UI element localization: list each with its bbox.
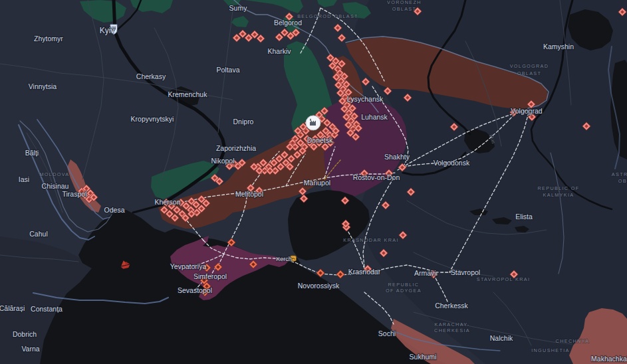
city-label: Sevastopol — [178, 286, 212, 294]
city-label: Melitopol — [235, 190, 263, 198]
city-label: Tiraspol — [63, 190, 87, 198]
city-label: Poltava — [216, 66, 239, 74]
city-label: Kremenchuk — [168, 90, 208, 98]
city-label: Yevpatoriya — [170, 262, 207, 270]
city-label: Odesa — [104, 206, 125, 214]
city-label: Kamyshin — [543, 43, 574, 50]
area-label: STAVROPOL KRAI — [477, 276, 531, 282]
city-label: Novorossiysk — [298, 282, 340, 290]
city-label: Constanța — [31, 305, 63, 313]
city-label: Kherson — [154, 198, 180, 206]
city-label: Bălți — [25, 149, 39, 157]
industrial-cluster-icon[interactable] — [306, 116, 320, 130]
area-label: ASTRAKHAN — [612, 171, 627, 177]
area-label: OBLAST — [618, 178, 627, 184]
area-label: REPUBLIC OF — [538, 185, 580, 191]
city-label: Sumy — [229, 4, 248, 12]
city-label: Makhachkala — [591, 355, 627, 363]
city-label: Krasnodar — [348, 268, 381, 276]
city-label: Volgograd — [511, 107, 542, 115]
city-label: Armavir — [414, 269, 439, 277]
city-label: Iasi — [19, 175, 29, 183]
city-label: Donetsk — [307, 136, 333, 144]
city-label: Cherkasy — [136, 72, 166, 80]
city-label: Cahul — [29, 230, 47, 238]
city-label: Simferopol — [193, 272, 227, 280]
area-label: CHERKESIA — [434, 327, 470, 333]
area-label: BELGOROD OBLAST — [297, 13, 358, 19]
city-label: Kharkiv — [267, 47, 291, 55]
city-label: Sukhumi — [410, 353, 437, 361]
city-label: Sochi — [378, 329, 396, 337]
area-label: INGUSHETIA — [531, 347, 570, 353]
city-label: Dobrich — [13, 330, 37, 338]
area-label: OF ADYGEA — [386, 288, 422, 294]
city-label: Mariupol — [304, 179, 330, 187]
city-label: Elista — [515, 213, 533, 221]
city-label: Stavropol — [451, 268, 480, 276]
city-label: Chisinau — [42, 182, 69, 190]
area-label: KARACHAY- — [434, 321, 469, 327]
area-label: KRASNODAR KRAI — [343, 237, 398, 243]
city-label: Varna — [21, 345, 39, 353]
city-label: Belgorod — [274, 19, 302, 27]
city-label: Kerch — [276, 256, 292, 262]
area-label: MOLDOVA — [39, 171, 69, 177]
area-label: OBLAST — [392, 6, 417, 12]
city-label: Călărași — [0, 304, 25, 312]
city-label: Shakhty — [384, 153, 410, 161]
area-label: REPUBLIC — [388, 282, 420, 288]
area-label: OBLAST — [517, 70, 542, 76]
area-label: VOLGOGRAD — [510, 63, 549, 69]
area-label: VORONEZH — [387, 0, 422, 5]
city-label: Rostov-on-Don — [353, 173, 400, 181]
city-label: Zaporizhzhia — [216, 144, 256, 152]
city-label: Lysychansk — [347, 95, 384, 103]
city-label: Luhansk — [361, 113, 388, 121]
city-label: Cherkessk — [435, 302, 468, 310]
city-label: Nalchik — [490, 334, 513, 342]
city-label: Dnipro — [233, 118, 254, 126]
city-label: Vinnytsia — [29, 82, 57, 90]
city-label: Volgodonsk — [434, 159, 470, 167]
area-label: CHECHNYA — [556, 338, 590, 344]
area-label: KALMYKIA — [543, 192, 574, 198]
city-label: Nikopol — [211, 157, 234, 165]
map-canvas[interactable]: KyivZhytomyrVinnytsiaCherkasyKremenchukK… — [0, 0, 627, 364]
city-label: Kropyvnytskyi — [131, 115, 174, 123]
city-label: Zhytomyr — [34, 35, 63, 43]
city-label: Kyiv — [100, 26, 115, 35]
